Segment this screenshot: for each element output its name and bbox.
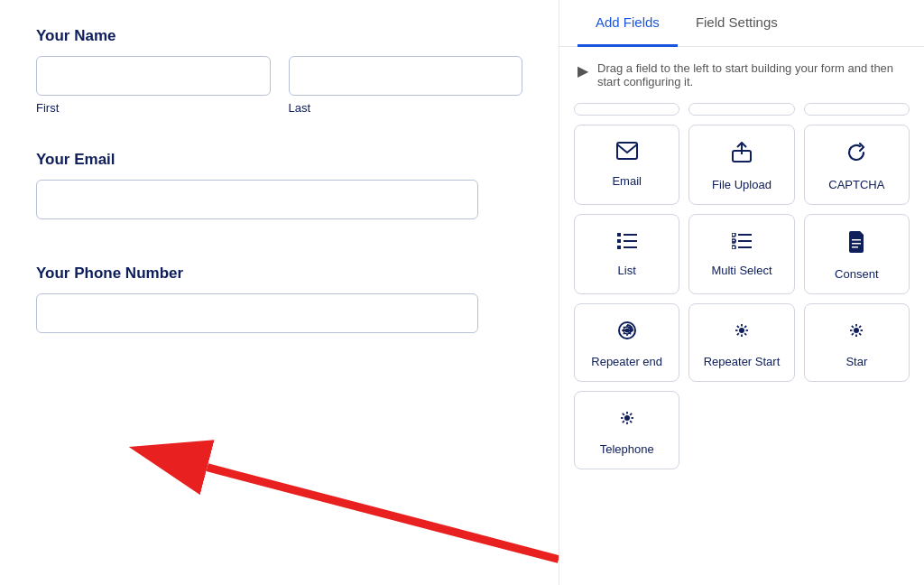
partial-card-1	[574, 103, 679, 116]
svg-line-44	[852, 326, 854, 328]
repeater-start-icon	[732, 320, 752, 346]
hint-row: ▶ Drag a field to the left to start buil…	[559, 47, 924, 96]
tab-field-settings[interactable]: Field Settings	[678, 0, 796, 47]
svg-point-39	[854, 328, 859, 333]
svg-line-55	[630, 413, 632, 415]
field-card-file-upload[interactable]: File Upload	[688, 125, 794, 205]
last-name-input[interactable]	[289, 56, 523, 96]
svg-line-37	[744, 326, 746, 328]
svg-rect-6	[624, 234, 637, 236]
field-card-telephone[interactable]: Telephone	[574, 391, 679, 469]
fields-grid-row-4: Telephone	[574, 391, 910, 469]
fields-grid-row-1: Email File Upload	[574, 125, 910, 205]
partial-top-row	[574, 103, 910, 116]
svg-rect-10	[624, 246, 637, 248]
svg-rect-9	[617, 246, 621, 249]
svg-line-27	[629, 333, 631, 335]
email-field-icon	[616, 142, 638, 165]
field-card-repeater-start[interactable]: Repeater Start	[688, 303, 794, 382]
field-card-list[interactable]: List	[574, 214, 679, 294]
field-card-consent[interactable]: Consent	[804, 214, 910, 294]
multi-select-icon	[732, 231, 752, 255]
fields-grid-row-2: List Multi Select	[574, 214, 910, 294]
svg-line-45	[860, 333, 862, 335]
svg-point-30	[739, 328, 744, 333]
svg-rect-18	[852, 243, 861, 245]
field-card-star[interactable]: Star	[804, 303, 910, 382]
file-upload-icon	[732, 142, 752, 169]
multi-select-label: Multi Select	[711, 264, 772, 277]
star-icon	[846, 320, 866, 346]
your-name-group: Your Name First Last	[36, 27, 522, 115]
last-sub-label: Last	[289, 101, 523, 115]
hint-text: Drag a field to the left to start buildi…	[597, 61, 906, 88]
fields-grid-container: Email File Upload	[559, 96, 924, 585]
svg-rect-2	[617, 143, 637, 159]
svg-rect-15	[732, 246, 735, 249]
field-card-repeater-end[interactable]: Repeater end	[574, 303, 679, 382]
your-phone-label: Your Phone Number	[36, 265, 522, 283]
star-label: Star	[845, 355, 867, 368]
svg-line-35	[737, 326, 739, 328]
svg-line-54	[630, 421, 632, 422]
consent-icon	[847, 231, 865, 258]
repeater-start-label: Repeater Start	[704, 355, 781, 368]
svg-line-38	[737, 333, 739, 335]
svg-line-29	[624, 333, 625, 335]
repeater-end-icon	[617, 320, 637, 346]
svg-rect-7	[617, 239, 621, 243]
svg-rect-12	[738, 234, 752, 236]
first-name-input[interactable]	[36, 56, 271, 96]
field-card-captcha[interactable]: CAPTCHA	[804, 125, 910, 205]
svg-rect-17	[852, 239, 861, 241]
cursor-icon: ▶	[578, 62, 588, 79]
svg-rect-5	[617, 233, 621, 237]
telephone-label: Telephone	[600, 442, 654, 456]
list-label: List	[618, 264, 636, 277]
telephone-icon	[617, 408, 637, 433]
right-panel: Add Fields Field Settings ▶ Drag a field…	[559, 0, 924, 585]
last-name-col: Last	[289, 56, 523, 115]
email-field-label: Email	[612, 174, 642, 188]
svg-rect-16	[738, 246, 752, 248]
your-email-group: Your Email	[36, 151, 522, 219]
svg-line-1	[208, 468, 559, 560]
name-row: First Last	[36, 56, 522, 115]
your-phone-group: Your Phone Number	[36, 265, 522, 333]
file-upload-label: File Upload	[712, 178, 772, 191]
first-name-col: First	[36, 56, 271, 115]
svg-line-53	[623, 413, 624, 415]
fields-grid-row-3: Repeater end	[574, 303, 910, 382]
field-card-multi-select[interactable]: Multi Select	[688, 214, 794, 294]
form-builder-left-panel: Your Name First Last Your Email Your Pho…	[0, 0, 559, 585]
svg-rect-8	[624, 240, 637, 242]
captcha-label: CAPTCHA	[828, 178, 884, 191]
repeater-end-label: Repeater end	[591, 355, 662, 368]
tabs-row: Add Fields Field Settings	[559, 0, 924, 47]
list-icon	[617, 231, 637, 255]
svg-line-28	[629, 327, 631, 329]
consent-label: Consent	[835, 267, 878, 281]
svg-rect-11	[732, 233, 735, 237]
svg-rect-19	[852, 246, 858, 248]
svg-line-36	[744, 333, 746, 335]
captcha-icon	[845, 142, 867, 169]
svg-line-26	[624, 327, 625, 329]
partial-card-3	[804, 103, 910, 116]
svg-point-48	[624, 415, 630, 421]
svg-point-21	[624, 329, 629, 333]
phone-input[interactable]	[36, 293, 478, 333]
your-name-label: Your Name	[36, 27, 522, 45]
svg-rect-14	[738, 240, 752, 242]
tab-add-fields[interactable]: Add Fields	[578, 0, 678, 47]
email-input[interactable]	[36, 180, 478, 219]
field-card-email[interactable]: Email	[574, 125, 679, 205]
svg-line-46	[860, 326, 862, 328]
svg-line-47	[852, 333, 854, 335]
partial-card-2	[688, 103, 794, 116]
first-sub-label: First	[36, 101, 271, 115]
svg-line-56	[623, 421, 624, 422]
your-email-label: Your Email	[36, 151, 522, 169]
